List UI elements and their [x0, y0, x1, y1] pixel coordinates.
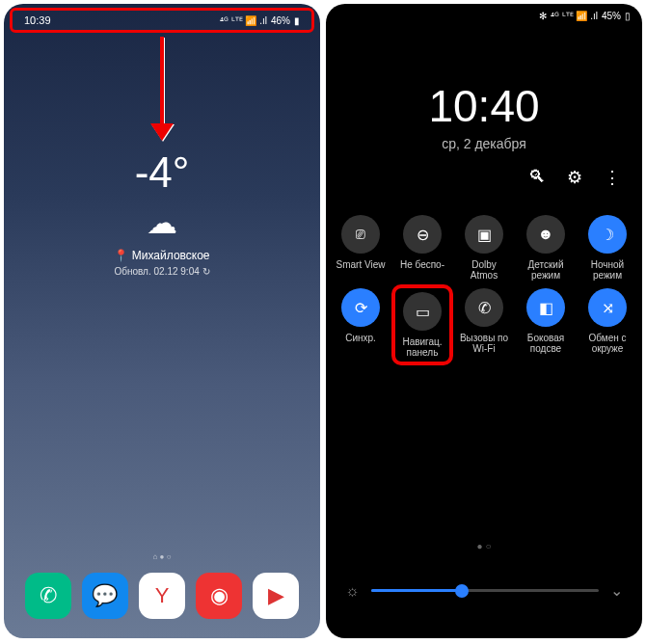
panel-actions: 🔍︎ ⚙ ⋮ [326, 151, 642, 203]
app-messages[interactable]: 💬 [82, 573, 128, 619]
tile-label: Ночной режим [580, 259, 634, 281]
tile-kids[interactable]: ☻Детский режим [519, 215, 573, 281]
side-light-icon: ◧ [526, 288, 565, 327]
quick-settings-grid: ⎚Smart View⊖Не беспо-▣Dolby Atmos☻Детски… [326, 203, 642, 373]
pull-down-arrow-annotation [150, 37, 174, 143]
tile-label: Детский режим [519, 259, 573, 281]
page-indicator: ⌂ ● ○ [4, 552, 320, 561]
nav-panel-icon: ▭ [403, 292, 442, 331]
app-yandex[interactable]: Y [139, 573, 185, 619]
brightness-control: ☼ ⌄ [326, 581, 642, 600]
smart-view-icon: ⎚ [341, 215, 380, 254]
tile-label: Боковая подсве [519, 333, 573, 354]
tile-smart-view[interactable]: ⎚Smart View [334, 215, 388, 281]
more-icon[interactable]: ⋮ [604, 167, 621, 188]
tile-label: Синхр. [334, 333, 388, 343]
tile-share[interactable]: ⤨Обмен с окруже [580, 288, 634, 362]
phone-home-screen: 10:39 ⁴ᴳ ᴸᵀᴱ 📶 .ıl 46% ▮ -4° ☁ 📍 Михайло… [4, 4, 320, 638]
gear-icon[interactable]: ⚙ [567, 167, 582, 188]
panel-time: 10:40 [326, 80, 642, 132]
share-icon: ⤨ [588, 288, 627, 327]
app-camera[interactable]: ◉ [196, 573, 242, 619]
night-icon: ☽ [588, 215, 627, 254]
panel-date: ср, 2 декабря [326, 136, 642, 151]
status-icons: ✻ ⁴ᴳ ᴸᵀᴱ 📶 .ıl 45% ▯ [539, 11, 631, 21]
tile-label: Обмен с окруже [580, 333, 634, 354]
status-time: 10:39 [24, 14, 51, 26]
brightness-slider[interactable] [371, 589, 599, 592]
search-icon[interactable]: 🔍︎ [528, 167, 546, 188]
location: 📍 Михайловское [4, 249, 320, 262]
kids-icon: ☻ [526, 215, 565, 254]
temperature: -4° [4, 148, 320, 197]
tile-wifi-calls[interactable]: ✆Вызовы по Wi-Fi [457, 288, 511, 362]
app-dock: ✆💬Y◉▶ [4, 573, 320, 619]
status-icons: ⁴ᴳ ᴸᵀᴱ 📶 .ıl 46% ▮ [220, 15, 300, 26]
cloud-icon: ☁ [4, 204, 320, 241]
tile-side-light[interactable]: ◧Боковая подсве [519, 288, 573, 362]
page-indicator: ● ○ [326, 541, 642, 551]
tile-label: Smart View [334, 259, 388, 270]
tile-label: Вызовы по Wi-Fi [457, 333, 511, 354]
tile-night[interactable]: ☽Ночной режим [580, 215, 634, 281]
app-play[interactable]: ▶ [253, 573, 299, 619]
expand-icon[interactable]: ⌄ [610, 581, 623, 600]
tile-dolby[interactable]: ▣Dolby Atmos [457, 215, 511, 281]
sync-icon: ⟳ [341, 288, 380, 327]
dolby-icon: ▣ [465, 215, 503, 254]
tile-label: Навигац. панель [399, 336, 445, 358]
tile-no-disturb[interactable]: ⊖Не беспо- [395, 215, 449, 281]
status-bar: ✻ ⁴ᴳ ᴸᵀᴱ 📶 .ıl 45% ▯ [326, 4, 642, 27]
tile-label: Dolby Atmos [457, 259, 511, 281]
weather-widget[interactable]: -4° ☁ 📍 Михайловское Обновл. 02.12 9:04 … [4, 148, 320, 277]
app-phone[interactable]: ✆ [25, 573, 71, 619]
tile-sync[interactable]: ⟳Синхр. [334, 288, 388, 362]
wifi-calls-icon: ✆ [465, 288, 503, 327]
phone-quick-settings: ✻ ⁴ᴳ ᴸᵀᴱ 📶 .ıl 45% ▯ 10:40 ср, 2 декабря… [326, 4, 642, 638]
updated-time: Обновл. 02.12 9:04 ↻ [4, 266, 320, 277]
tile-label: Не беспо- [395, 259, 449, 270]
brightness-low-icon: ☼ [345, 582, 360, 600]
tile-nav-panel[interactable]: ▭Навигац. панель [395, 288, 449, 362]
no-disturb-icon: ⊖ [403, 215, 442, 254]
status-bar[interactable]: 10:39 ⁴ᴳ ᴸᵀᴱ 📶 .ıl 46% ▮ [10, 8, 314, 33]
